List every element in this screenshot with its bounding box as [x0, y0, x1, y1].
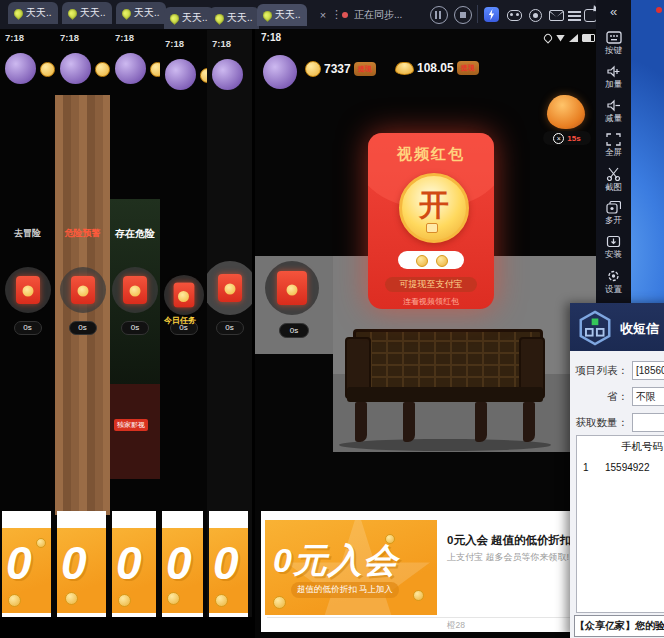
tab-label: 天天.. [275, 8, 301, 22]
emulator-window-5[interactable]: 7:18 0s 0 [207, 29, 255, 638]
red-envelope-widget[interactable] [164, 275, 204, 315]
tab-instance-6-active[interactable]: 天天.. [257, 4, 307, 26]
sidebar-item-label: 减量 [596, 113, 631, 125]
sidebar-item-label: 加量 [596, 79, 631, 91]
coin-icon [416, 255, 428, 267]
status-time: 7:18 [261, 32, 281, 43]
timer-badge: 0s [14, 321, 42, 335]
app-pin-icon [120, 7, 133, 20]
gear-icon sidebar-item-label: 设置 [596, 284, 631, 296]
timer-badge: 0s [69, 321, 97, 335]
red-envelope-widget[interactable] [60, 267, 106, 313]
ingot-counter[interactable]: 108.05 提现 [395, 61, 479, 75]
collapse-sidebar-button[interactable]: « [596, 4, 631, 24]
menu-icon[interactable] [568, 9, 583, 24]
tab-menu-icon[interactable]: ⋮ [331, 8, 341, 21]
emulator-window-4[interactable]: 7:18 0s 今日任务 0 [160, 29, 210, 638]
quantity-input[interactable] [632, 413, 664, 432]
red-packet-popup: 视频红包 开 可提现至支付宝 连看视频领红包 [368, 133, 494, 309]
divider [477, 5, 478, 23]
province-dropdown[interactable]: 不限 [632, 387, 664, 406]
ad-card[interactable]: 0 [2, 511, 51, 617]
coin-icon [385, 534, 395, 544]
tab-instance-4[interactable]: 天天.. [164, 7, 214, 29]
signal-icon [569, 34, 578, 42]
pendant-timer-pill[interactable]: × 15s [543, 131, 591, 145]
video-frame [110, 384, 160, 479]
tab-instance-5[interactable]: 天天.. [209, 7, 259, 29]
bonus-pendant[interactable]: × 15s [543, 95, 591, 147]
stop-sync-button[interactable] [454, 6, 472, 24]
banner-text: 0 [6, 536, 32, 590]
tab-bar: 天天.. 天天.. 天天.. 天天.. 天天.. 天天.. × ⋮ 正在同步..… [0, 0, 598, 30]
tab-label: 天天.. [134, 6, 160, 20]
letterbox [207, 617, 252, 638]
sidebar-item-fullscreen[interactable]: 全屏 [596, 132, 631, 164]
timer-badge: 0s [279, 323, 309, 338]
red-envelope-icon [123, 276, 147, 304]
app-pin-icon [261, 9, 274, 22]
sms-tool-title: 收短信 [620, 320, 659, 338]
banner-text: 0 [116, 536, 142, 590]
tab-label: 天天.. [182, 11, 208, 25]
sidebar-item-label: 全屏 [596, 147, 631, 159]
sidebar-item-volume-down[interactable]: 减量 [596, 98, 631, 130]
pause-sync-button[interactable] [430, 6, 448, 24]
ad-card[interactable]: 0 [57, 511, 106, 617]
sidebar-item-keymapping[interactable]: 按键 [596, 30, 631, 62]
sidebar-item-label: 安装 [596, 249, 631, 261]
ad-card[interactable]: 0 [112, 511, 156, 617]
ad-card[interactable]: 0 [162, 511, 203, 617]
record-icon[interactable] [529, 9, 542, 22]
close-tab-icon[interactable]: × [317, 9, 329, 21]
avatar[interactable] [263, 55, 297, 89]
red-envelope-widget[interactable] [5, 267, 51, 313]
sidebar-item-multi-instance[interactable]: 多开 [596, 200, 631, 232]
red-envelope-icon [277, 271, 307, 305]
red-envelope-widget[interactable] [265, 261, 319, 315]
ad-subline: 上支付宝 超多会员等你来领取! [447, 551, 569, 564]
withdraw-coin-button[interactable]: 提现 [354, 62, 376, 76]
ad-banner: 0 [162, 528, 203, 613]
emulator-window-3[interactable]: 7:18 存在危险 0s 独家影视 0 [110, 29, 163, 638]
coin-icon [436, 255, 448, 267]
video-overlay-text: 危险预警 [57, 227, 108, 240]
sidebar-item-volume-up[interactable]: 加量 [596, 64, 631, 96]
tab-instance-1[interactable]: 天天.. [8, 2, 58, 24]
coin-icon [95, 62, 110, 77]
ad-banner: 0 [57, 528, 106, 613]
tab-instance-3[interactable]: 天天.. [116, 2, 166, 24]
withdraw-ingot-button[interactable]: 提现 [457, 61, 479, 75]
video-overlay-text: 存在危险 [112, 227, 158, 241]
phone-number-cell[interactable]: 15594922 [605, 462, 650, 473]
hexagon-logo-icon [576, 309, 614, 347]
emulator-window-2[interactable]: 7:18 危险预警 0s 0 [55, 29, 113, 638]
status-time: 7:18 [115, 32, 134, 43]
emulator-window-1[interactable]: 7:18 去冒险 0s 0 [0, 29, 58, 638]
coin-icon [273, 596, 286, 609]
ingot-icon [395, 62, 414, 75]
wifi-icon [556, 35, 565, 42]
letterbox [110, 617, 160, 638]
ad-card[interactable]: 0元入会 超值的低价折扣 马上加入 0元入会 超值的低价折扣 上支付宝 超多会员… [261, 511, 599, 632]
project-list-dropdown[interactable]: [18560 [632, 361, 664, 380]
coin-counter[interactable]: 7337 提现 [305, 61, 376, 77]
sync-status-text: 正在同步... [354, 8, 402, 22]
coin-tray [398, 251, 464, 269]
red-envelope-widget[interactable] [112, 267, 158, 313]
notification-dot [656, 7, 662, 13]
boost-icon[interactable] [484, 7, 499, 22]
sidebar-item-screenshot[interactable]: 截图 [596, 166, 631, 198]
app-pin-icon [66, 7, 79, 20]
sidebar-item-label: 多开 [596, 215, 631, 227]
close-icon[interactable]: × [553, 133, 564, 144]
ad-banner-image[interactable]: 0元入会 超值的低价折扣 马上加入 [265, 520, 437, 615]
message-icon[interactable] [549, 10, 564, 21]
gamepad-icon[interactable] [507, 10, 522, 21]
sidebar-item-settings[interactable]: 设置 [596, 268, 631, 300]
ad-card[interactable]: 0 [209, 511, 248, 617]
scissors-icon sidebar-item-label: 截图 [596, 182, 631, 194]
sidebar-item-install-apk[interactable]: 安装 [596, 234, 631, 266]
tab-instance-2[interactable]: 天天.. [62, 2, 112, 24]
red-envelope-widget[interactable] [207, 261, 255, 315]
